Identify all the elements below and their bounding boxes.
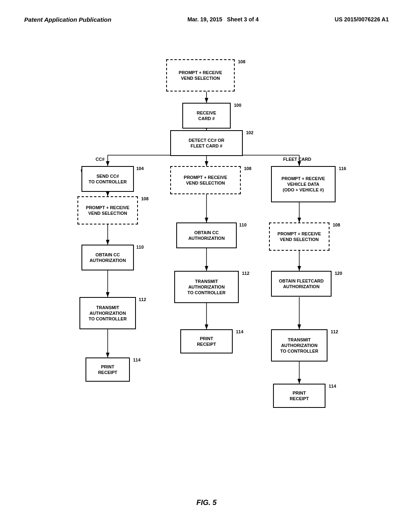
- ref-108-left: 108: [141, 196, 148, 201]
- header-right: US 2015/0076226 A1: [335, 16, 389, 23]
- box-108-opt2: PROMPT + RECEIVEVEND SELECTION: [170, 166, 241, 194]
- ref-104: 104: [136, 166, 144, 171]
- box-110-left: OBTAIN CCAUTHORIZATION: [81, 245, 134, 270]
- box-110-mid: OBTAIN CCAUTHORIZATION: [176, 222, 237, 248]
- ref-114-right: 114: [329, 384, 336, 389]
- box-120: OBTAIN FLEETCARDAUTHORIZATION: [271, 271, 332, 297]
- fig-caption: FIG. 5: [24, 499, 389, 507]
- ref-114-left: 114: [133, 357, 140, 362]
- ref-110-mid: 110: [239, 222, 246, 227]
- page: Patent Application Publication Mar. 19, …: [0, 0, 413, 532]
- ref-110-left: 110: [136, 245, 144, 249]
- box-116: PROMPT + RECEIVEVEHICLE DATA(ODO + VEHIC…: [271, 166, 336, 202]
- ref-112-mid: 112: [242, 271, 249, 276]
- ref-114-mid: 114: [236, 329, 243, 334]
- ref-120: 120: [335, 271, 342, 276]
- box-108-top: PROMPT + RECEIVEVEND SELECTION: [166, 59, 235, 91]
- ref-108-top: 108: [238, 59, 245, 64]
- box-114-mid: PRINTRECEIPT: [180, 329, 233, 353]
- ref-112-left: 112: [139, 297, 146, 302]
- box-112-mid: TRANSMITAUTHORIZATIONTO CONTROLLER: [174, 271, 239, 303]
- label-cc-hash: CC#: [96, 157, 104, 162]
- box-114-left: PRINTRECEIPT: [86, 357, 130, 382]
- header: Patent Application Publication Mar. 19, …: [24, 16, 389, 23]
- box-108-left: PROMPT + RECEIVEVEND SELECTION: [77, 196, 138, 224]
- box-102: DETECT CC# ORFLEET CARD #: [170, 130, 243, 156]
- header-center: Mar. 19, 2015 Sheet 3 of 4: [188, 16, 259, 23]
- ref-116: 116: [339, 166, 346, 171]
- ref-112-right: 112: [331, 329, 338, 334]
- header-left: Patent Application Publication: [24, 16, 111, 23]
- box-112-right: TRANSMITAUTHORIZATIONTO CONTROLLER: [271, 329, 327, 362]
- ref-108-right: 108: [333, 222, 340, 227]
- box-104: SEND CC#TO CONTROLLER: [81, 166, 134, 192]
- box-108-right: PROMPT + RECEIVEVEND SELECTION: [269, 222, 330, 251]
- ref-102: 102: [246, 130, 253, 135]
- box-100: RECEIVECARD #: [182, 103, 231, 129]
- ref-108-opt2: 108: [244, 166, 251, 171]
- ref-100: 100: [234, 103, 241, 108]
- box-112-left: TRANSMITAUTHORIZATIONTO CONTROLLER: [79, 297, 136, 329]
- diagram: PROMPT + RECEIVEVEND SELECTION 108 RECEI…: [33, 47, 380, 490]
- label-fleet-card: FLEET CARD: [283, 157, 311, 162]
- box-114-right: PRINTRECEIPT: [273, 384, 325, 408]
